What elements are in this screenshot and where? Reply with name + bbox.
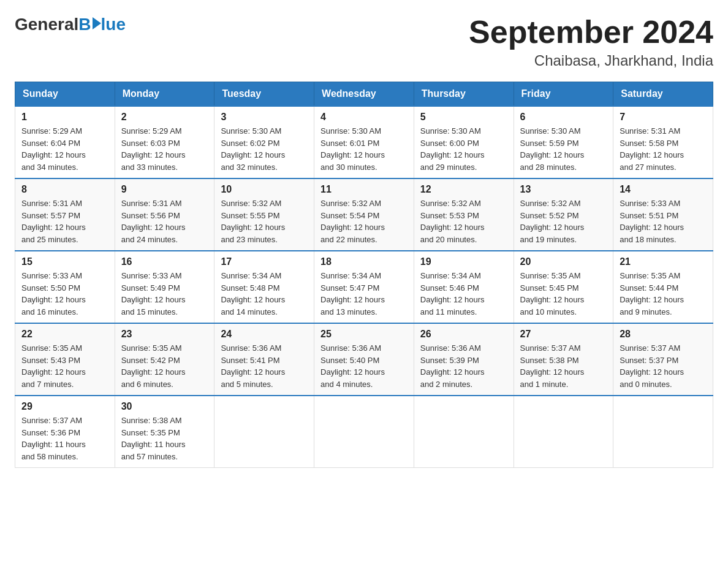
table-cell: 3Sunrise: 5:30 AMSunset: 6:02 PMDaylight…: [214, 106, 314, 178]
logo-b-letter: B: [78, 15, 91, 34]
day-number: 23: [121, 329, 208, 340]
table-cell: 27Sunrise: 5:37 AMSunset: 5:38 PMDayligh…: [514, 323, 613, 396]
table-cell: 20Sunrise: 5:35 AMSunset: 5:45 PMDayligh…: [514, 251, 613, 323]
day-info: Sunrise: 5:32 AMSunset: 5:55 PMDaylight:…: [221, 197, 308, 245]
day-info: Sunrise: 5:37 AMSunset: 5:36 PMDaylight:…: [21, 415, 108, 462]
day-info: Sunrise: 5:31 AMSunset: 5:58 PMDaylight:…: [620, 125, 707, 173]
logo-general-text: General: [15, 15, 78, 34]
col-friday: Friday: [514, 82, 613, 107]
table-cell: 16Sunrise: 5:33 AMSunset: 5:49 PMDayligh…: [115, 251, 214, 323]
table-cell: 22Sunrise: 5:35 AMSunset: 5:43 PMDayligh…: [15, 323, 115, 396]
day-number: 29: [21, 401, 108, 412]
day-number: 17: [221, 256, 308, 267]
day-info: Sunrise: 5:34 AMSunset: 5:47 PMDaylight:…: [320, 270, 408, 318]
col-saturday: Saturday: [613, 82, 713, 107]
day-info: Sunrise: 5:31 AMSunset: 5:57 PMDaylight:…: [21, 197, 108, 245]
day-info: Sunrise: 5:38 AMSunset: 5:35 PMDaylight:…: [121, 415, 208, 462]
logo: General B lue: [15, 15, 126, 34]
week-row-1: 1Sunrise: 5:29 AMSunset: 6:04 PMDaylight…: [15, 106, 713, 178]
table-cell: 24Sunrise: 5:36 AMSunset: 5:41 PMDayligh…: [214, 323, 314, 396]
day-info: Sunrise: 5:35 AMSunset: 5:44 PMDaylight:…: [620, 270, 707, 318]
day-number: 18: [320, 256, 408, 267]
day-info: Sunrise: 5:32 AMSunset: 5:54 PMDaylight:…: [320, 197, 408, 245]
table-cell: 13Sunrise: 5:32 AMSunset: 5:52 PMDayligh…: [514, 178, 613, 251]
table-cell: 21Sunrise: 5:35 AMSunset: 5:44 PMDayligh…: [613, 251, 713, 323]
day-info: Sunrise: 5:34 AMSunset: 5:48 PMDaylight:…: [221, 270, 308, 318]
table-cell: [214, 396, 314, 468]
day-info: Sunrise: 5:35 AMSunset: 5:45 PMDaylight:…: [520, 270, 607, 318]
col-thursday: Thursday: [414, 82, 514, 107]
col-tuesday: Tuesday: [214, 82, 314, 107]
day-info: Sunrise: 5:37 AMSunset: 5:37 PMDaylight:…: [620, 342, 707, 390]
day-number: 9: [121, 184, 208, 195]
table-cell: 9Sunrise: 5:31 AMSunset: 5:56 PMDaylight…: [115, 178, 214, 251]
table-cell: 25Sunrise: 5:36 AMSunset: 5:40 PMDayligh…: [314, 323, 414, 396]
day-number: 25: [320, 329, 408, 340]
day-info: Sunrise: 5:35 AMSunset: 5:42 PMDaylight:…: [121, 342, 208, 390]
day-info: Sunrise: 5:36 AMSunset: 5:39 PMDaylight:…: [420, 342, 507, 390]
day-number: 1: [21, 112, 108, 123]
week-row-2: 8Sunrise: 5:31 AMSunset: 5:57 PMDaylight…: [15, 178, 713, 251]
day-info: Sunrise: 5:33 AMSunset: 5:50 PMDaylight:…: [21, 270, 108, 318]
col-wednesday: Wednesday: [314, 82, 414, 107]
table-cell: 28Sunrise: 5:37 AMSunset: 5:37 PMDayligh…: [613, 323, 713, 396]
table-cell: 12Sunrise: 5:32 AMSunset: 5:53 PMDayligh…: [414, 178, 514, 251]
day-info: Sunrise: 5:35 AMSunset: 5:43 PMDaylight:…: [21, 342, 108, 390]
day-number: 5: [420, 112, 507, 123]
day-info: Sunrise: 5:33 AMSunset: 5:49 PMDaylight:…: [121, 270, 208, 318]
table-cell: 1Sunrise: 5:29 AMSunset: 6:04 PMDaylight…: [15, 106, 115, 178]
day-info: Sunrise: 5:29 AMSunset: 6:03 PMDaylight:…: [121, 125, 208, 173]
month-title: September 2024: [469, 15, 713, 50]
day-info: Sunrise: 5:30 AMSunset: 5:59 PMDaylight:…: [520, 125, 607, 173]
day-number: 30: [121, 401, 208, 412]
table-cell: 17Sunrise: 5:34 AMSunset: 5:48 PMDayligh…: [214, 251, 314, 323]
day-info: Sunrise: 5:30 AMSunset: 6:02 PMDaylight:…: [221, 125, 308, 173]
table-cell: 19Sunrise: 5:34 AMSunset: 5:46 PMDayligh…: [414, 251, 514, 323]
week-row-5: 29Sunrise: 5:37 AMSunset: 5:36 PMDayligh…: [15, 396, 713, 468]
day-number: 3: [221, 112, 308, 123]
day-number: 16: [121, 256, 208, 267]
table-cell: [314, 396, 414, 468]
table-cell: 23Sunrise: 5:35 AMSunset: 5:42 PMDayligh…: [115, 323, 214, 396]
day-number: 28: [620, 329, 707, 340]
table-cell: 7Sunrise: 5:31 AMSunset: 5:58 PMDaylight…: [613, 106, 713, 178]
day-number: 10: [221, 184, 308, 195]
day-info: Sunrise: 5:37 AMSunset: 5:38 PMDaylight:…: [520, 342, 607, 390]
table-cell: 26Sunrise: 5:36 AMSunset: 5:39 PMDayligh…: [414, 323, 514, 396]
title-section: September 2024 Chaibasa, Jharkhand, Indi…: [469, 15, 713, 69]
day-info: Sunrise: 5:36 AMSunset: 5:40 PMDaylight:…: [320, 342, 408, 390]
table-cell: 5Sunrise: 5:30 AMSunset: 6:00 PMDaylight…: [414, 106, 514, 178]
day-number: 4: [320, 112, 408, 123]
logo-arrow-icon: [93, 17, 101, 29]
day-number: 7: [620, 112, 707, 123]
header-row: Sunday Monday Tuesday Wednesday Thursday…: [15, 82, 713, 107]
day-number: 11: [320, 184, 408, 195]
day-info: Sunrise: 5:36 AMSunset: 5:41 PMDaylight:…: [221, 342, 308, 390]
table-cell: 2Sunrise: 5:29 AMSunset: 6:03 PMDaylight…: [115, 106, 214, 178]
day-number: 14: [620, 184, 707, 195]
day-info: Sunrise: 5:32 AMSunset: 5:53 PMDaylight:…: [420, 197, 507, 245]
logo-lue-text: lue: [101, 15, 126, 34]
logo-blue-section: B lue: [78, 15, 126, 34]
table-cell: 11Sunrise: 5:32 AMSunset: 5:54 PMDayligh…: [314, 178, 414, 251]
table-cell: [414, 396, 514, 468]
table-cell: 10Sunrise: 5:32 AMSunset: 5:55 PMDayligh…: [214, 178, 314, 251]
day-number: 20: [520, 256, 607, 267]
day-info: Sunrise: 5:29 AMSunset: 6:04 PMDaylight:…: [21, 125, 108, 173]
day-info: Sunrise: 5:32 AMSunset: 5:52 PMDaylight:…: [520, 197, 607, 245]
day-number: 19: [420, 256, 507, 267]
day-number: 24: [221, 329, 308, 340]
week-row-3: 15Sunrise: 5:33 AMSunset: 5:50 PMDayligh…: [15, 251, 713, 323]
day-info: Sunrise: 5:34 AMSunset: 5:46 PMDaylight:…: [420, 270, 507, 318]
table-cell: 8Sunrise: 5:31 AMSunset: 5:57 PMDaylight…: [15, 178, 115, 251]
table-cell: [514, 396, 613, 468]
table-cell: 29Sunrise: 5:37 AMSunset: 5:36 PMDayligh…: [15, 396, 115, 468]
day-number: 12: [420, 184, 507, 195]
day-number: 22: [21, 329, 108, 340]
day-info: Sunrise: 5:31 AMSunset: 5:56 PMDaylight:…: [121, 197, 208, 245]
table-cell: 30Sunrise: 5:38 AMSunset: 5:35 PMDayligh…: [115, 396, 214, 468]
calendar-table: Sunday Monday Tuesday Wednesday Thursday…: [15, 82, 713, 468]
day-info: Sunrise: 5:30 AMSunset: 6:00 PMDaylight:…: [420, 125, 507, 173]
day-info: Sunrise: 5:33 AMSunset: 5:51 PMDaylight:…: [620, 197, 707, 245]
table-cell: 18Sunrise: 5:34 AMSunset: 5:47 PMDayligh…: [314, 251, 414, 323]
